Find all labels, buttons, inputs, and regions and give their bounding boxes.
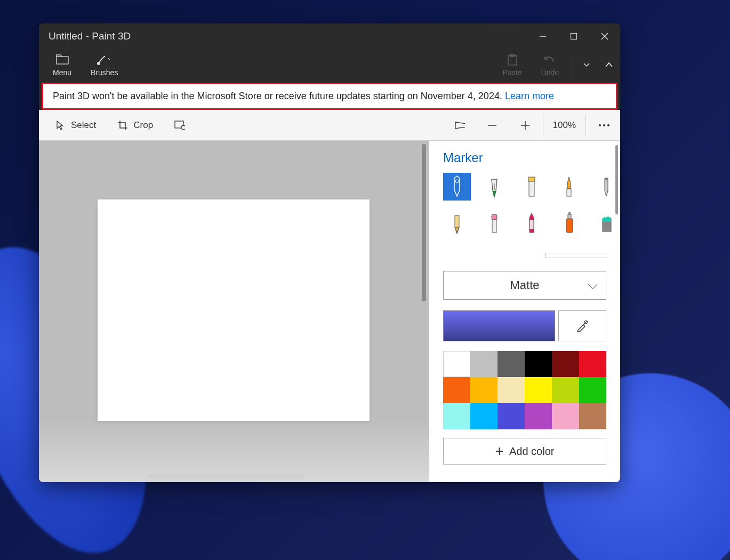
svg-rect-1 [571,34,577,39]
color-swatch[interactable] [498,377,525,403]
color-swatch[interactable] [552,403,579,429]
close-icon [601,33,608,40]
crop-icon [117,120,128,131]
brush-eraser[interactable] [480,209,508,237]
color-swatch[interactable] [525,403,552,429]
deprecation-banner: Paint 3D won't be available in the Micro… [42,83,617,110]
minus-icon [486,119,498,131]
titlebar: Untitled - Paint 3D [39,23,620,49]
svg-point-5 [97,62,100,65]
color-swatch[interactable] [498,403,525,429]
magic-select-icon [174,120,185,131]
thickness-input[interactable] [545,253,606,258]
svg-point-13 [599,124,601,126]
plus-icon [519,119,531,131]
current-color[interactable] [443,310,555,341]
color-swatch[interactable] [552,377,579,403]
perspective-icon [454,120,465,131]
svg-point-14 [603,124,605,126]
brush-crayon[interactable] [518,209,546,237]
svg-rect-20 [567,189,571,196]
color-swatch[interactable] [552,351,579,377]
eyedropper-icon [575,319,589,333]
content-area: Marker [39,141,620,482]
vertical-scrollbar[interactable] [422,144,426,301]
color-swatch[interactable] [525,351,552,377]
color-swatch[interactable] [443,403,470,429]
brushes-button[interactable]: Brushes [81,49,127,81]
minimize-icon [539,33,547,40]
panel-scrollbar[interactable] [615,145,618,214]
canvas-toolbar: Select Crop 100% [39,110,620,141]
view-3d-button[interactable] [445,110,475,140]
brush-icon [97,53,113,66]
ellipsis-icon [598,123,611,127]
zoom-out-button[interactable] [477,110,508,140]
material-value: Matte [510,278,539,292]
window-title: Untitled - Paint 3D [49,30,131,42]
add-color-label: Add color [509,445,555,458]
color-palette [443,351,606,429]
material-dropdown[interactable]: Matte [443,271,606,300]
more-dropdown[interactable] [575,49,598,81]
app-window: Untitled - Paint 3D Menu Brushes [39,23,620,482]
color-swatch[interactable] [579,351,606,377]
panel-title: Marker [443,150,606,165]
menu-button[interactable]: Menu [43,49,81,81]
paste-label: Paste [503,68,522,77]
crop-tool[interactable]: Crop [108,110,163,140]
color-swatch[interactable] [525,377,552,403]
maximize-button[interactable] [558,23,589,49]
color-swatch[interactable] [470,351,498,377]
plus-icon: + [495,444,504,459]
chevron-down-icon [583,62,590,68]
eyedropper-button[interactable] [558,310,606,341]
svg-rect-25 [566,219,573,233]
brush-calligraphy-pen[interactable] [480,173,508,201]
canvas-viewport[interactable] [39,141,429,482]
brush-oil[interactable] [518,173,546,201]
color-swatch[interactable] [579,377,606,403]
canvas[interactable] [98,199,370,421]
learn-more-link[interactable]: Learn more [505,91,554,101]
svg-rect-21 [605,178,608,180]
zoom-level[interactable]: 100% [546,120,583,131]
svg-rect-24 [530,220,534,229]
color-swatch[interactable] [579,403,606,429]
select-label: Select [71,120,96,131]
magic-select-tool[interactable] [165,110,195,140]
brushes-label: Brushes [91,68,118,77]
horizontal-scrollbar[interactable] [148,475,306,479]
svg-rect-22 [492,214,497,220]
brush-pencil[interactable] [443,209,471,237]
brush-spray-can[interactable] [555,209,583,237]
color-swatch[interactable] [443,377,470,403]
select-tool[interactable]: Select [45,110,106,140]
main-toolbar: Menu Brushes Paste Undo [39,49,620,81]
paste-button[interactable]: Paste [493,49,532,81]
svg-point-15 [607,124,609,126]
brush-marker[interactable] [443,173,471,201]
svg-point-16 [455,180,459,183]
close-button[interactable] [589,23,620,49]
svg-rect-18 [528,177,535,181]
zoom-in-button[interactable] [510,110,541,140]
undo-button[interactable]: Undo [532,49,568,81]
svg-rect-23 [492,220,496,233]
cursor-icon [55,120,66,131]
color-swatch[interactable] [498,351,525,377]
color-swatch[interactable] [470,377,498,403]
color-swatch[interactable] [443,351,470,377]
folder-icon [56,53,69,66]
svg-point-9 [181,125,185,130]
brush-grid [443,173,606,237]
brush-watercolor[interactable] [555,173,583,201]
collapse-ribbon-button[interactable] [598,49,620,81]
more-options-button[interactable] [588,110,620,140]
svg-rect-4 [57,57,68,64]
add-color-button[interactable]: + Add color [443,438,606,465]
brush-panel: Marker [429,141,620,482]
svg-rect-26 [568,214,571,219]
minimize-button[interactable] [527,23,558,49]
color-swatch[interactable] [470,403,498,429]
